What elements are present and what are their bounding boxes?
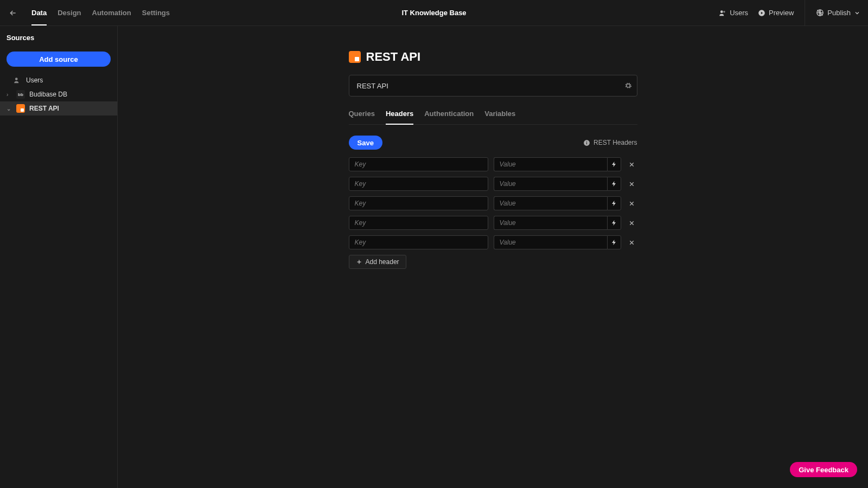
svg-rect-6: [586, 142, 587, 144]
lightning-icon: [611, 239, 617, 246]
lightning-icon: [611, 200, 617, 207]
top-tab-automation[interactable]: Automation: [87, 0, 137, 25]
users-icon: [13, 76, 22, 85]
rest-api-icon: [349, 51, 361, 63]
topbar-left: DataDesignAutomationSettings: [0, 0, 175, 25]
help-link-label: REST Headers: [593, 139, 637, 146]
header-row: [349, 177, 637, 191]
sidebar: Sources Add source Users›bbBudibase DB⌄R…: [0, 26, 118, 488]
bindings-button[interactable]: [607, 235, 621, 249]
subtab-headers[interactable]: Headers: [386, 110, 413, 124]
bindings-button[interactable]: [607, 196, 621, 210]
chevron-down-icon: [854, 10, 860, 16]
top-tab-settings[interactable]: Settings: [137, 0, 175, 25]
rest-icon: [16, 104, 25, 113]
close-icon: [628, 200, 635, 207]
page-title: REST API: [349, 50, 637, 64]
settings-gear-button[interactable]: [624, 82, 632, 89]
topbar-right: Users Preview Publish: [719, 0, 868, 25]
gear-icon: [624, 82, 632, 89]
svg-point-0: [720, 10, 723, 13]
delete-row-button[interactable]: [627, 237, 637, 248]
add-source-button[interactable]: Add source: [7, 52, 111, 67]
content: REST API QueriesHeadersAuthenticationVar…: [118, 26, 868, 488]
globe-off-icon: [816, 9, 824, 17]
header-key-input[interactable]: [349, 196, 488, 210]
top-tabs: DataDesignAutomationSettings: [26, 0, 175, 25]
chevron-right-icon: ›: [7, 92, 12, 98]
header-value-input[interactable]: [494, 235, 607, 249]
bindings-button[interactable]: [607, 157, 621, 171]
svg-rect-7: [586, 141, 587, 142]
header-value-group: [494, 235, 621, 249]
main: Sources Add source Users›bbBudibase DB⌄R…: [0, 26, 868, 488]
bindings-button[interactable]: [607, 177, 621, 191]
preview-label: Preview: [769, 9, 794, 17]
header-rows: [349, 157, 637, 249]
preview-button[interactable]: Preview: [758, 9, 794, 17]
delete-row-button[interactable]: [627, 159, 637, 170]
sidebar-item-label: REST API: [29, 105, 59, 112]
sidebar-item-users[interactable]: Users: [0, 73, 117, 87]
chevron-down-icon: ⌄: [7, 106, 12, 112]
header-key-input[interactable]: [349, 157, 488, 171]
header-key-input[interactable]: [349, 177, 488, 191]
svg-point-1: [723, 10, 725, 12]
name-input-wrap: [349, 75, 637, 97]
header-value-group: [494, 157, 621, 171]
info-icon: [583, 139, 590, 146]
lightning-icon: [611, 161, 617, 168]
sidebar-item-rest-api[interactable]: ⌄REST API: [0, 101, 117, 115]
top-tab-design[interactable]: Design: [52, 0, 86, 25]
header-key-input[interactable]: [349, 235, 488, 249]
header-value-input[interactable]: [494, 157, 607, 171]
play-circle-icon: [758, 9, 765, 17]
header-value-input[interactable]: [494, 216, 607, 230]
bb-icon: bb: [16, 90, 25, 99]
delete-row-button[interactable]: [627, 198, 637, 209]
header-value-group: [494, 196, 621, 210]
sidebar-item-budibase-db[interactable]: ›bbBudibase DB: [0, 87, 117, 101]
delete-row-button[interactable]: [627, 217, 637, 228]
add-header-button[interactable]: Add header: [349, 255, 406, 269]
datasource-name-input[interactable]: [349, 75, 637, 97]
publish-label: Publish: [827, 9, 851, 17]
header-value-input[interactable]: [494, 196, 607, 210]
lightning-icon: [611, 220, 617, 226]
close-icon: [628, 161, 635, 168]
subtab-queries[interactable]: Queries: [349, 110, 375, 124]
header-row: [349, 196, 637, 210]
header-key-input[interactable]: [349, 216, 488, 230]
svg-point-4: [15, 78, 18, 80]
save-button[interactable]: Save: [349, 136, 382, 150]
back-button[interactable]: [0, 0, 26, 26]
users-icon: [719, 9, 726, 17]
header-value-input[interactable]: [494, 177, 607, 191]
close-icon: [628, 181, 635, 188]
subtab-authentication[interactable]: Authentication: [424, 110, 474, 124]
header-row: [349, 216, 637, 230]
arrow-left-icon: [9, 9, 17, 17]
header-value-group: [494, 177, 621, 191]
subtab-variables[interactable]: Variables: [484, 110, 515, 124]
close-icon: [628, 220, 635, 227]
delete-row-button[interactable]: [627, 178, 637, 189]
bindings-button[interactable]: [607, 216, 621, 230]
add-header-label: Add header: [366, 258, 399, 266]
publish-button[interactable]: Publish: [816, 9, 860, 17]
sidebar-heading: Sources: [0, 34, 117, 47]
rest-headers-help-link[interactable]: REST Headers: [583, 139, 637, 146]
sidebar-item-label: Users: [26, 76, 43, 84]
topbar: DataDesignAutomationSettings IT Knowledg…: [0, 0, 868, 26]
subtabs: QueriesHeadersAuthenticationVariables: [349, 110, 637, 125]
topbar-divider: [805, 0, 805, 26]
top-tab-data[interactable]: Data: [26, 0, 52, 25]
header-value-group: [494, 216, 621, 230]
lightning-icon: [611, 181, 617, 187]
users-button[interactable]: Users: [719, 9, 748, 17]
source-list: Users›bbBudibase DB⌄REST API: [0, 73, 117, 115]
give-feedback-button[interactable]: Give Feedback: [790, 462, 857, 477]
page-title-text: REST API: [366, 50, 421, 64]
panel: REST API QueriesHeadersAuthenticationVar…: [349, 50, 637, 488]
save-row: Save REST Headers: [349, 136, 637, 150]
